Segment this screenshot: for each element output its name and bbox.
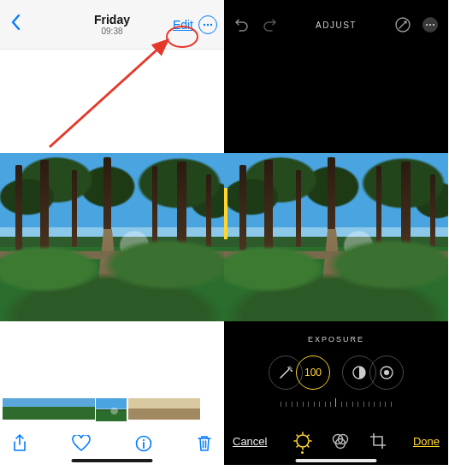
thumbnail[interactable] (128, 398, 139, 420)
thumbnail[interactable] (159, 398, 169, 420)
adjust-icon (293, 432, 312, 450)
home-indicator[interactable] (296, 459, 377, 462)
svg-point-5 (143, 438, 145, 440)
svg-line-22 (307, 446, 309, 448)
wand-icon (278, 365, 293, 380)
trash-icon (197, 434, 212, 453)
editing-photo[interactable] (224, 153, 448, 321)
markup-button[interactable] (393, 15, 412, 34)
thumbnail[interactable] (54, 398, 64, 420)
crop-icon (369, 432, 387, 450)
svg-point-15 (384, 370, 389, 375)
edit-header: ADJUST (224, 0, 448, 50)
highlights-icon (378, 364, 395, 381)
heart-icon (72, 435, 91, 452)
thumbnail[interactable] (139, 398, 149, 420)
svg-point-1 (207, 23, 209, 25)
tab-crop[interactable] (369, 432, 387, 450)
ellipsis-icon (203, 23, 213, 26)
brilliance-icon (351, 364, 368, 381)
more-button[interactable] (421, 15, 440, 34)
thumbnail[interactable] (64, 398, 74, 420)
adjustment-label: EXPOSURE (224, 335, 448, 344)
tab-filters[interactable] (331, 432, 350, 450)
thumbnail-strip[interactable] (3, 398, 200, 421)
edit-mode-label: ADJUST (316, 21, 357, 30)
ellipsis-circle-icon (422, 16, 439, 33)
svg-point-0 (204, 23, 205, 25)
markup-icon (394, 16, 411, 33)
cancel-button[interactable]: Cancel (233, 435, 267, 448)
thumbnail[interactable] (74, 398, 85, 420)
exposure-value: 100 (304, 367, 322, 379)
favorite-button[interactable] (72, 435, 91, 452)
thumbnail[interactable] (33, 398, 44, 420)
svg-point-12 (291, 370, 292, 372)
home-indicator[interactable] (72, 459, 153, 462)
dial-highlights[interactable] (369, 356, 404, 390)
svg-point-10 (433, 24, 434, 26)
svg-line-3 (50, 40, 168, 147)
photo-view-header: Friday 09:38 Edit (0, 0, 224, 50)
redo-button[interactable] (260, 15, 279, 34)
redo-icon (261, 16, 278, 33)
undo-icon (233, 16, 251, 33)
thumbnail-selected[interactable] (96, 398, 127, 421)
share-button[interactable] (12, 434, 27, 453)
info-button[interactable] (135, 435, 152, 452)
thumbnail[interactable] (180, 398, 190, 420)
current-photo[interactable] (0, 153, 224, 321)
tab-adjust[interactable] (293, 432, 312, 450)
thumbnail[interactable] (13, 398, 23, 420)
edit-handle[interactable] (224, 188, 227, 239)
svg-line-21 (297, 435, 298, 437)
selected-indicator (301, 451, 304, 454)
edit-button[interactable]: Edit (173, 18, 193, 32)
svg-point-9 (429, 24, 431, 26)
thumbnail[interactable] (190, 398, 200, 420)
thumbnail[interactable] (44, 398, 54, 420)
svg-point-16 (297, 435, 309, 447)
thumbnail[interactable] (23, 398, 33, 420)
adjustment-slider[interactable] (281, 395, 392, 407)
delete-button[interactable] (197, 434, 212, 453)
photo-view-screen: Friday 09:38 Edit (0, 0, 224, 465)
thumbnail[interactable] (85, 398, 95, 420)
filters-icon (331, 432, 350, 450)
photo-edit-screen: ADJUST EXPOSURE (224, 0, 448, 465)
share-icon (12, 434, 27, 453)
undo-button[interactable] (233, 15, 251, 34)
dial-exposure[interactable]: 100 (296, 356, 330, 390)
svg-point-2 (210, 23, 212, 25)
chevron-left-icon (10, 14, 21, 31)
thumbnail[interactable] (3, 398, 13, 420)
svg-point-11 (289, 367, 291, 369)
info-icon (135, 435, 152, 452)
back-button[interactable] (7, 14, 24, 36)
adjustment-dials[interactable]: 100 (224, 356, 448, 390)
done-button[interactable]: Done (413, 435, 440, 448)
svg-point-8 (426, 24, 428, 26)
svg-line-23 (297, 446, 298, 448)
thumbnail[interactable] (149, 398, 159, 420)
thumbnail[interactable] (169, 398, 180, 420)
more-button[interactable] (198, 15, 217, 34)
svg-line-24 (307, 435, 309, 437)
